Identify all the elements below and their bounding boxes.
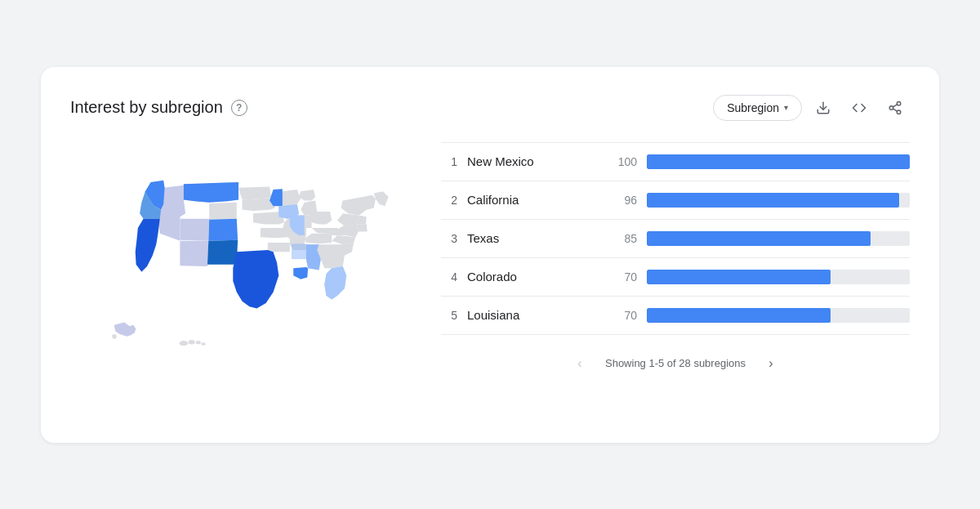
main-card: Interest by subregion ? Subregion ▾: [41, 67, 939, 443]
bar-track: [647, 308, 910, 323]
bar-track: [647, 231, 910, 246]
bar-fill: [647, 270, 831, 284]
header-right: Subregion ▾: [713, 93, 910, 123]
prev-page-button[interactable]: ‹: [568, 351, 592, 376]
svg-point-9: [201, 342, 205, 346]
list-item: 2 California 96: [441, 181, 910, 220]
svg-point-8: [196, 341, 201, 344]
region-score: 100: [608, 155, 637, 168]
bar-fill: [647, 231, 871, 246]
content-area: 1 New Mexico 100 2 California 96 3 Texas…: [70, 142, 910, 420]
bar-fill: [647, 193, 899, 208]
bar-fill: [647, 308, 831, 323]
region-list: 1 New Mexico 100 2 California 96 3 Texas…: [441, 142, 910, 376]
region-name: Louisiana: [467, 308, 598, 322]
chevron-down-icon: ▾: [784, 103, 788, 112]
bar-track: [647, 270, 910, 284]
list-item: 4 Colorado 70: [441, 258, 910, 297]
help-icon[interactable]: ?: [231, 100, 247, 116]
svg-point-6: [179, 341, 188, 346]
card-title: Interest by subregion: [70, 98, 223, 117]
rank-number: 3: [441, 232, 457, 245]
subregion-dropdown[interactable]: Subregion ▾: [713, 95, 802, 121]
region-name: California: [467, 193, 598, 207]
share-button[interactable]: [880, 93, 910, 123]
list-item: 5 Louisiana 70: [441, 297, 910, 335]
region-name: Texas: [467, 231, 598, 245]
rank-number: 2: [441, 194, 457, 207]
svg-line-5: [893, 104, 897, 106]
region-score: 70: [608, 270, 637, 284]
rank-number: 4: [441, 270, 457, 284]
pagination-text: Showing 1-5 of 28 subregions: [605, 357, 746, 369]
list-item: 3 Texas 85: [441, 220, 910, 258]
bar-track: [647, 154, 910, 169]
us-map: [70, 142, 421, 420]
svg-point-7: [189, 340, 195, 344]
next-page-button[interactable]: ›: [759, 351, 783, 376]
region-name: New Mexico: [467, 154, 598, 168]
card-header: Interest by subregion ? Subregion ▾: [70, 93, 910, 123]
header-left: Interest by subregion ?: [70, 98, 247, 117]
region-score: 96: [608, 194, 637, 207]
bar-fill: [647, 154, 910, 169]
region-score: 85: [608, 232, 637, 245]
list-item: 1 New Mexico 100: [441, 142, 910, 181]
us-map-container: [70, 142, 421, 420]
embed-button[interactable]: [844, 93, 874, 123]
region-score: 70: [608, 309, 637, 322]
region-name: Colorado: [467, 270, 598, 284]
bar-track: [647, 193, 910, 208]
svg-line-4: [893, 109, 897, 111]
download-button[interactable]: [808, 93, 838, 123]
rank-number: 5: [441, 309, 457, 322]
rank-number: 1: [441, 155, 457, 168]
pagination: ‹ Showing 1-5 of 28 subregions ›: [441, 351, 910, 376]
